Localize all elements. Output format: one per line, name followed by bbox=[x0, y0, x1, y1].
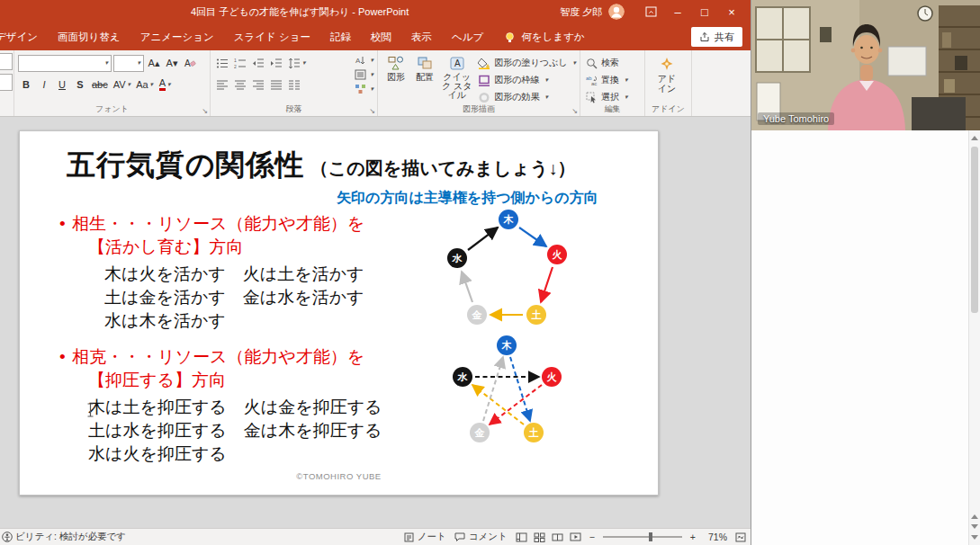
chevron-down-icon: ▾ bbox=[128, 81, 131, 88]
account-name[interactable]: 智度 夕郎 bbox=[560, 5, 602, 19]
change-case-button[interactable]: Aa▾ bbox=[134, 76, 155, 94]
tab-animations[interactable]: アニメーション bbox=[130, 23, 224, 51]
font-size-combo[interactable]: ▾ bbox=[113, 55, 144, 72]
svg-text:A: A bbox=[454, 58, 461, 68]
five-elements-diagrams[interactable]: 木 火 土 金 水 bbox=[20, 131, 660, 496]
change-case-label: Aa bbox=[136, 79, 148, 90]
tab-help[interactable]: ヘルプ bbox=[442, 23, 493, 51]
person-ear bbox=[878, 49, 883, 53]
align-center-button[interactable] bbox=[232, 76, 248, 94]
zoom-level[interactable]: 71% bbox=[704, 532, 727, 542]
shapes-icon bbox=[388, 56, 404, 71]
zoom-slider[interactable] bbox=[603, 532, 682, 542]
tab-transitions[interactable]: 画面切り替え bbox=[48, 23, 130, 51]
clipped-combo-2[interactable] bbox=[0, 74, 13, 91]
columns-icon bbox=[288, 79, 301, 91]
ribbon-display-options-button[interactable] bbox=[637, 0, 664, 23]
addins-button[interactable]: アド イン bbox=[649, 53, 685, 94]
tell-me-box[interactable]: 何をしますか bbox=[493, 31, 595, 44]
scroll-up-button[interactable] bbox=[969, 131, 980, 145]
element-label-fire: 火 bbox=[547, 371, 558, 382]
decrease-indent-button[interactable] bbox=[250, 54, 266, 72]
convert-to-smartart-button[interactable]: ▾ bbox=[355, 82, 373, 95]
paragraph-dialog-launcher[interactable]: ↘ bbox=[369, 107, 375, 115]
font-dialog-launcher[interactable]: ↘ bbox=[202, 107, 208, 115]
comments-button[interactable]: コメント bbox=[454, 531, 508, 543]
element-label-metal: 金 bbox=[472, 309, 483, 320]
align-text-button[interactable]: ▾ bbox=[355, 67, 373, 81]
scroll-down-button[interactable] bbox=[969, 531, 980, 544]
justify-button[interactable] bbox=[268, 76, 284, 94]
chevron-down-icon: ▾ bbox=[573, 59, 577, 67]
shapes-button[interactable]: 図形 bbox=[382, 53, 410, 105]
next-page-button[interactable] bbox=[971, 524, 978, 529]
bullets-button[interactable] bbox=[214, 54, 230, 72]
accessibility-status[interactable]: ビリティ: 検討が必要です bbox=[15, 531, 126, 543]
shrink-font-button[interactable]: A▾ bbox=[164, 54, 180, 72]
arrange-button[interactable]: 配置 bbox=[410, 53, 439, 105]
minimize-button[interactable]: – bbox=[664, 0, 691, 23]
element-label-wood: 木 bbox=[503, 214, 515, 225]
element-label-earth: 土 bbox=[529, 427, 539, 438]
reading-view-button[interactable] bbox=[552, 532, 563, 542]
tab-review[interactable]: 校閲 bbox=[361, 23, 401, 51]
maximize-button[interactable]: □ bbox=[691, 0, 718, 23]
line-spacing-button[interactable]: ▾ bbox=[286, 54, 308, 72]
text-shadow-button[interactable]: S bbox=[72, 76, 88, 94]
underline-button[interactable]: U bbox=[54, 76, 70, 94]
element-label-wood: 木 bbox=[501, 340, 513, 351]
previous-page-button[interactable] bbox=[971, 514, 978, 519]
shape-fill-button[interactable]: 図形の塗りつぶし ▾ bbox=[478, 55, 576, 71]
text-direction-button[interactable]: A ▾ bbox=[355, 53, 373, 67]
slide-sorter-view-button[interactable] bbox=[534, 532, 545, 542]
clipped-combo[interactable] bbox=[0, 53, 13, 70]
addin-icon bbox=[660, 57, 674, 71]
align-right-button[interactable] bbox=[250, 76, 266, 94]
arrow-wood-to-fire bbox=[519, 228, 546, 246]
account-avatar[interactable] bbox=[608, 4, 625, 20]
font-name-combo[interactable]: ▾ bbox=[18, 55, 112, 72]
tab-record[interactable]: 記録 bbox=[320, 23, 361, 51]
screen: 4回目 子どもの才能を伸ばす関わり - PowerPoint 智度 夕郎 – bbox=[0, 0, 980, 545]
vertical-scrollbar[interactable] bbox=[968, 130, 980, 545]
paragraph-group: 12 ▾ bbox=[211, 50, 378, 116]
fit-slide-to-window-button[interactable] bbox=[735, 532, 746, 542]
drawing-dialog-launcher[interactable]: ↘ bbox=[571, 107, 578, 115]
zoom-slider-thumb[interactable] bbox=[649, 532, 652, 541]
increase-indent-button[interactable] bbox=[268, 54, 284, 72]
video-tile[interactable]: Yube Tomohiro bbox=[751, 0, 980, 130]
triangle-down-icon bbox=[971, 535, 978, 540]
find-button[interactable]: 検索 bbox=[586, 55, 641, 71]
clear-formatting-button[interactable]: A bbox=[182, 54, 198, 72]
arrange-label: 配置 bbox=[416, 73, 434, 82]
strikethrough-button[interactable]: abc bbox=[90, 76, 110, 94]
slideshow-view-button[interactable] bbox=[570, 532, 581, 542]
replace-button[interactable]: abac 置換 ▾ bbox=[586, 72, 641, 88]
slide-canvas[interactable]: 五行気質の関係性 （この図を描いてみましょう↓） 矢印の方向は主導権を持つ側から… bbox=[19, 130, 659, 496]
tab-slide-show[interactable]: スライド ショー bbox=[224, 23, 320, 51]
tab-view[interactable]: 表示 bbox=[401, 23, 442, 51]
zoom-in-button[interactable]: + bbox=[690, 532, 696, 542]
slide-editor-area[interactable]: 五行気質の関係性 （この図を描いてみましょう↓） 矢印の方向は主導権を持つ側から… bbox=[0, 117, 751, 528]
bold-button[interactable]: B bbox=[18, 76, 34, 94]
zoom-out-button[interactable]: − bbox=[589, 532, 595, 542]
italic-button[interactable]: I bbox=[36, 76, 52, 94]
notes-button[interactable]: ノート bbox=[404, 531, 446, 543]
align-left-button[interactable] bbox=[214, 76, 230, 94]
quick-styles-button[interactable]: A クイック スタイル bbox=[439, 53, 474, 105]
columns-button[interactable] bbox=[286, 76, 302, 94]
share-button[interactable]: 共有 bbox=[691, 27, 742, 47]
character-spacing-button[interactable]: AV▾ bbox=[112, 76, 132, 94]
numbering-button[interactable]: 12 bbox=[232, 54, 248, 72]
scrollbar-thumb[interactable] bbox=[971, 147, 978, 313]
normal-view-button[interactable] bbox=[516, 532, 527, 542]
close-button[interactable]: × bbox=[718, 0, 745, 23]
cursor-select-icon bbox=[586, 92, 598, 103]
grow-font-button[interactable]: A▴ bbox=[146, 54, 162, 72]
accessibility-icon bbox=[2, 532, 13, 542]
shape-outline-button[interactable]: 図形の枠線 ▾ bbox=[478, 72, 576, 88]
font-color-button[interactable]: A▾ bbox=[157, 76, 173, 94]
tab-design[interactable]: デザイン bbox=[0, 23, 48, 51]
element-label-water: 水 bbox=[452, 253, 463, 264]
element-label-earth: 土 bbox=[532, 309, 542, 320]
